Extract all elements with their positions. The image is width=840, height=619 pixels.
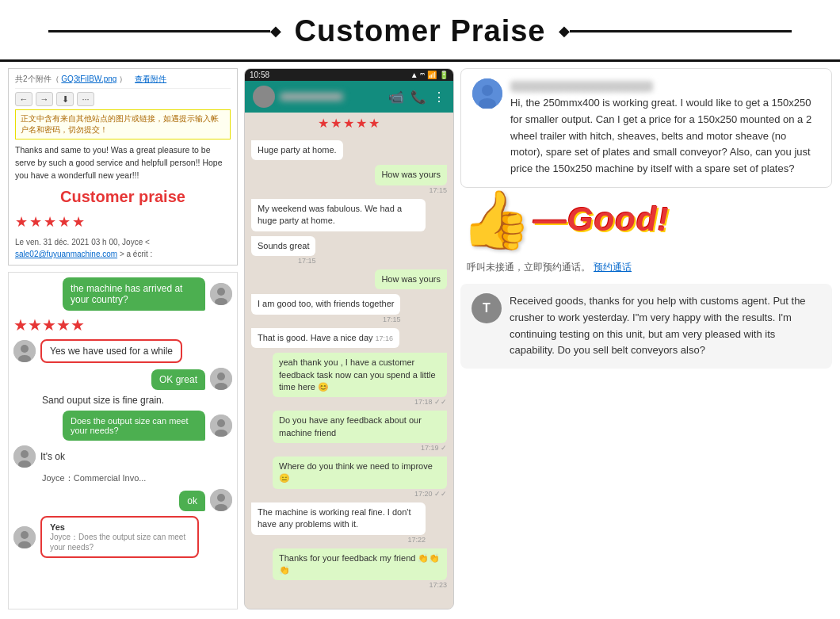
chat-stars: ★★★★★ [13, 315, 232, 334]
wa-time-6: 17:15 [383, 315, 401, 323]
wa-time-bar: 10:58 ▲ ᵐ 📶 🔋 [245, 69, 453, 81]
wa-chat-area: Huge party at home. How was yours 17:15 … [245, 134, 453, 609]
ok-bubble-row: ok [13, 489, 232, 511]
wa-msg-7: That is good. Have a nice day 17:16 [251, 328, 399, 348]
chinese-link[interactable]: 预约通话 [594, 261, 632, 274]
wa-msg-1: Huge party at home. [251, 140, 343, 160]
wa-time-4: 17:15 [298, 257, 316, 265]
avatar-right4 [210, 489, 232, 511]
page-title: Customer Praise [294, 14, 545, 48]
page-header: Customer Praise [0, 0, 840, 62]
header-line-right [570, 30, 792, 32]
chat-question-row: the machine has arrived at your country? [13, 277, 232, 311]
good-label: —Good! [533, 201, 670, 239]
forward-button[interactable]: → [36, 92, 53, 106]
more-button[interactable]: ··· [77, 92, 94, 106]
t-avatar: T [472, 293, 502, 323]
chinese-text-row: 呼叫未接通，立即预约通话。 预约通话 [460, 258, 832, 277]
answer-used-row: Yes we have used for a while [13, 339, 232, 363]
wa-time-11: 17:22 [407, 536, 426, 544]
wa-bubble-4: Sounds great [251, 236, 315, 256]
email-warning: 正文中含有来自其他站点的图片或链接，如遇提示输入帐户名和密码，切勿提交！ [15, 109, 231, 139]
good-section: 👍 —Good! [460, 188, 832, 251]
wa-stars: ★★★★★ [245, 113, 453, 134]
avatar-right3 [210, 415, 232, 437]
attachment-info: 共2个附件（ GQ3tFiIBW.png ） [15, 74, 127, 85]
avatar-left2 [13, 445, 36, 468]
right-panel: ████████████████ Hi, the 250mmx400 is wo… [460, 68, 832, 609]
svg-point-10 [217, 419, 225, 427]
whatsapp-panel: 10:58 ▲ ᵐ 📶 🔋 📹 📞 ⋮ ★★★★★ Huge party at … [244, 68, 454, 609]
ok-great-row: OK great [13, 368, 232, 390]
main-chat-content: ████████████████ Hi, the 250mmx400 is wo… [510, 78, 820, 178]
svg-point-1 [217, 288, 225, 296]
avatar-left [13, 340, 36, 362]
view-attachments-link[interactable]: 查看附件 [135, 74, 166, 85]
back-button[interactable]: ← [15, 92, 32, 106]
svg-point-19 [21, 531, 29, 539]
svg-point-4 [21, 345, 29, 353]
svg-point-16 [217, 494, 225, 502]
received-text: Received goods, thanks for you help with… [510, 293, 821, 359]
main-chat-block: ████████████████ Hi, the 250mmx400 is wo… [460, 68, 832, 188]
wa-bubble-3: My weekend was fabulous. We had a huge p… [251, 199, 426, 231]
email-toolbar: 共2个附件（ GQ3tFiIBW.png ） 查看附件 [15, 74, 231, 89]
download-button[interactable]: ⬇ [56, 92, 74, 106]
wa-bubble-8: yeah thank you , I have a customer feedb… [273, 353, 447, 397]
email-from: Le ven. 31 déc. 2021 03 h 00, Joyce < sa… [15, 236, 231, 260]
wa-time-8: 17:18 ✓✓ [414, 398, 447, 406]
main-chat-text: Hi, the 250mmx400 is working great. I wo… [510, 95, 820, 178]
wa-bubble-1: Huge party at home. [251, 140, 343, 160]
wa-time-12: 17:23 [429, 581, 447, 589]
email-address[interactable]: sale02@fuyuanmachine.com [15, 250, 117, 258]
wa-time-2: 17:15 [429, 186, 447, 194]
file-row: Joyce：Commercial Invo... [13, 472, 232, 484]
yes-bubble-row: Yes Joyce：Does the output size can meet … [13, 516, 232, 558]
svg-point-22 [482, 85, 493, 96]
ok-bubble: ok [179, 491, 205, 511]
header-line-left [48, 30, 270, 32]
wa-call-icon[interactable]: 📞 [410, 90, 426, 105]
question-bubble: the machine has arrived at your country? [63, 277, 205, 311]
sub-text: Joyce：Does the output size can meet your… [50, 532, 189, 552]
wa-bubble-12: Thanks for your feedback my friend 👏👏👏 [273, 548, 447, 581]
wa-time: 10:58 [250, 71, 269, 79]
wa-msg-2: How was yours 17:15 [375, 165, 447, 193]
wa-msg-12: Thanks for your feedback my friend 👏👏👏 1… [273, 548, 447, 590]
wa-time-9: 17:19 ✓ [421, 444, 447, 452]
wa-action-icons: 📹 📞 ⋮ [388, 90, 445, 105]
yes-bubble: Yes Joyce：Does the output size can meet … [40, 516, 199, 558]
wa-bubble-6: I am good too, with friends together [251, 294, 400, 314]
email-nav-buttons: ← → ⬇ ··· [15, 92, 231, 106]
wa-bubble-11: The machine is working real fine. I don'… [251, 502, 426, 535]
wa-bubble-5: How was yours [375, 269, 447, 289]
left-panel: 共2个附件（ GQ3tFiIBW.png ） 查看附件 ← → ⬇ ··· 正文… [8, 68, 238, 609]
wa-msg-4: Sounds great 17:15 [251, 236, 315, 265]
blurred-name: ████████████████ [510, 81, 653, 92]
wa-time-10: 17:20 ✓✓ [414, 490, 447, 498]
wa-msg-9: Do you have any feedback about our machi… [273, 411, 447, 452]
wa-msg-8: yeah thank you , I have a customer feedb… [273, 353, 447, 406]
wa-contact-name [280, 93, 343, 101]
stars-rating: ★★★★★ [15, 212, 231, 233]
wa-bubble-9: Do you have any feedback about our machi… [273, 411, 447, 443]
plain-text: Sand ouput size is fine grain. [13, 395, 232, 406]
wa-msg-5: How was yours [375, 269, 447, 289]
svg-point-13 [21, 450, 29, 458]
avatar-right2 [210, 368, 232, 390]
wa-header: 📹 📞 ⋮ [245, 81, 453, 113]
wa-video-icon[interactable]: 📹 [388, 90, 404, 105]
email-body: Thanks and same to you! Was a great plea… [15, 144, 231, 260]
answer-used-bubble: Yes we have used for a while [40, 339, 182, 363]
ok-great-bubble: OK great [151, 369, 205, 390]
question2-row: Does the output size can meet your needs… [13, 411, 232, 441]
avatar-right [210, 283, 232, 305]
wa-bubble-10: Where do you think we need to improve 😑 [273, 457, 447, 489]
avatar-left3 [13, 526, 36, 548]
wa-menu-icon[interactable]: ⋮ [433, 90, 445, 105]
email-block: 共2个附件（ GQ3tFiIBW.png ） 查看附件 ← → ⬇ ··· 正文… [8, 68, 238, 266]
wa-status-icons: ▲ ᵐ 📶 🔋 [410, 71, 449, 79]
customer-praise-label: Customer praise [15, 185, 231, 208]
wa-msg-6: I am good too, with friends together 17:… [251, 294, 400, 323]
chinese-call-text: 呼叫未接通，立即预约通话。 [467, 261, 590, 274]
